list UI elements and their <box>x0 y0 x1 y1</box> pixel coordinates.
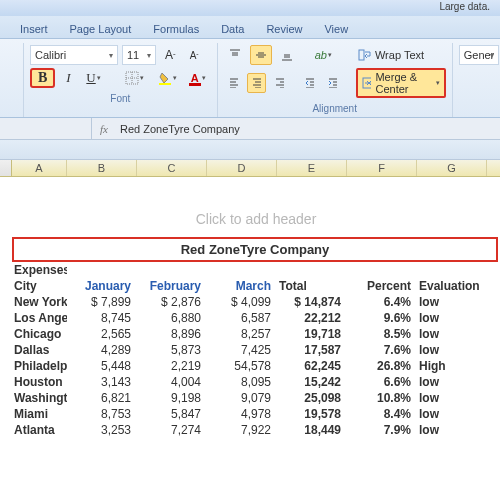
cell[interactable]: 6.6% <box>347 374 417 390</box>
cell[interactable]: 2,565 <box>67 326 137 342</box>
col-e[interactable]: E <box>277 160 347 176</box>
cell[interactable]: 8,257 <box>207 326 277 342</box>
cell[interactable]: 5,847 <box>137 406 207 422</box>
table-row[interactable]: Houston3,1434,0048,09515,2426.6%low <box>12 374 498 390</box>
cell[interactable]: low <box>417 390 487 406</box>
fx-icon[interactable]: fx <box>92 123 116 135</box>
hdr-mar[interactable]: March <box>207 278 277 294</box>
title-cell[interactable]: Red ZoneTyre Company <box>12 237 498 262</box>
cell[interactable]: 19,718 <box>277 326 347 342</box>
cell[interactable]: 8,896 <box>137 326 207 342</box>
col-g[interactable]: G <box>417 160 487 176</box>
cell[interactable]: 7,922 <box>207 422 277 438</box>
cell[interactable]: 8,095 <box>207 374 277 390</box>
cell[interactable]: 7,425 <box>207 342 277 358</box>
cell[interactable]: 6,587 <box>207 310 277 326</box>
cell[interactable]: 8,753 <box>67 406 137 422</box>
table-row[interactable]: Philadelph5,4482,21954,57862,24526.8%Hig… <box>12 358 498 374</box>
table-row[interactable]: Washingto6,8219,1989,07925,09810.8%low <box>12 390 498 406</box>
table-row[interactable]: Dallas4,2895,8737,42517,5877.6%low <box>12 342 498 358</box>
cell[interactable]: Los Angele <box>12 310 67 326</box>
cell[interactable]: Miami <box>12 406 67 422</box>
cell[interactable]: 10.8% <box>347 390 417 406</box>
cell[interactable]: 8,745 <box>67 310 137 326</box>
name-box[interactable] <box>0 118 92 139</box>
cell[interactable]: New York ( <box>12 294 67 310</box>
cell[interactable]: low <box>417 294 487 310</box>
col-c[interactable]: C <box>137 160 207 176</box>
worksheet[interactable]: Click to add header Red ZoneTyre Company… <box>0 177 500 438</box>
cell[interactable]: 3,253 <box>67 422 137 438</box>
align-center-icon[interactable] <box>247 73 266 93</box>
bold-button[interactable]: B <box>30 68 55 88</box>
cell[interactable]: 6.4% <box>347 294 417 310</box>
cell[interactable]: 9,198 <box>137 390 207 406</box>
table-row[interactable]: Los Angele8,7456,8806,58722,2129.6%low <box>12 310 498 326</box>
underline-button[interactable]: U▾ <box>81 68 105 88</box>
cell[interactable]: $ 4,099 <box>207 294 277 310</box>
hdr-jan[interactable]: January <box>67 278 137 294</box>
font-size-select[interactable]: 11 <box>122 45 156 65</box>
cell[interactable]: 9.6% <box>347 310 417 326</box>
page-header-placeholder[interactable]: Click to add header <box>12 177 500 237</box>
cell[interactable]: 3,143 <box>67 374 137 390</box>
increase-indent-icon[interactable] <box>323 73 342 93</box>
hdr-eval[interactable]: Evaluation <box>417 278 487 294</box>
cell[interactable]: 15,242 <box>277 374 347 390</box>
select-all-corner[interactable] <box>0 160 12 176</box>
cell[interactable]: low <box>417 406 487 422</box>
tab-formulas[interactable]: Formulas <box>151 20 201 38</box>
align-top-icon[interactable] <box>224 45 246 65</box>
tab-data[interactable]: Data <box>219 20 246 38</box>
col-b[interactable]: B <box>67 160 137 176</box>
align-left-icon[interactable] <box>224 73 243 93</box>
cell[interactable]: Dallas <box>12 342 67 358</box>
table-row[interactable]: Atlanta3,2537,2747,92218,4497.9%low <box>12 422 498 438</box>
italic-button[interactable]: I <box>59 68 77 88</box>
cell[interactable]: 5,448 <box>67 358 137 374</box>
decrease-font-icon[interactable]: Aˇ <box>185 45 204 65</box>
col-a[interactable]: A <box>12 160 67 176</box>
borders-button[interactable]: ▾ <box>120 68 149 88</box>
hdr-feb[interactable]: February <box>137 278 207 294</box>
cell[interactable]: 17,587 <box>277 342 347 358</box>
font-color-button[interactable]: A▾ <box>186 68 211 88</box>
table-row[interactable]: Chicago2,5658,8968,25719,7188.5%low <box>12 326 498 342</box>
hdr-city[interactable]: City <box>12 278 67 294</box>
cell[interactable]: Atlanta <box>12 422 67 438</box>
tab-view[interactable]: View <box>322 20 350 38</box>
cell[interactable]: High <box>417 358 487 374</box>
cell[interactable]: $ 7,899 <box>67 294 137 310</box>
cell[interactable]: 8.5% <box>347 326 417 342</box>
cell[interactable]: 19,578 <box>277 406 347 422</box>
cell[interactable]: Philadelph <box>12 358 67 374</box>
orientation-icon[interactable]: ab▾ <box>310 45 337 65</box>
wrap-text-button[interactable]: Wrap Text <box>353 45 429 65</box>
cell[interactable]: 2,219 <box>137 358 207 374</box>
tab-review[interactable]: Review <box>264 20 304 38</box>
section-label[interactable]: Expenses <box>12 262 67 278</box>
cell[interactable]: low <box>417 342 487 358</box>
align-middle-icon[interactable] <box>250 45 272 65</box>
cell[interactable]: 62,245 <box>277 358 347 374</box>
cell[interactable]: 22,212 <box>277 310 347 326</box>
cell[interactable]: low <box>417 326 487 342</box>
cell[interactable]: 7.9% <box>347 422 417 438</box>
cell[interactable]: 8.4% <box>347 406 417 422</box>
decrease-indent-icon[interactable] <box>300 73 319 93</box>
col-f[interactable]: F <box>347 160 417 176</box>
cell[interactable]: 18,449 <box>277 422 347 438</box>
fill-color-button[interactable]: ▾ <box>153 68 182 88</box>
cell[interactable]: 4,978 <box>207 406 277 422</box>
cell[interactable]: 4,004 <box>137 374 207 390</box>
align-bottom-icon[interactable] <box>276 45 298 65</box>
number-format-select[interactable]: Gener <box>459 45 499 65</box>
font-name-select[interactable]: Calibri <box>30 45 118 65</box>
merge-center-button[interactable]: Merge & Center ▾ <box>356 68 446 98</box>
hdr-total[interactable]: Total <box>277 278 347 294</box>
cell[interactable]: 7,274 <box>137 422 207 438</box>
formula-value[interactable]: Red ZoneTyre Company <box>116 123 240 135</box>
col-d[interactable]: D <box>207 160 277 176</box>
tab-page-layout[interactable]: Page Layout <box>68 20 134 38</box>
cell[interactable]: 6,880 <box>137 310 207 326</box>
